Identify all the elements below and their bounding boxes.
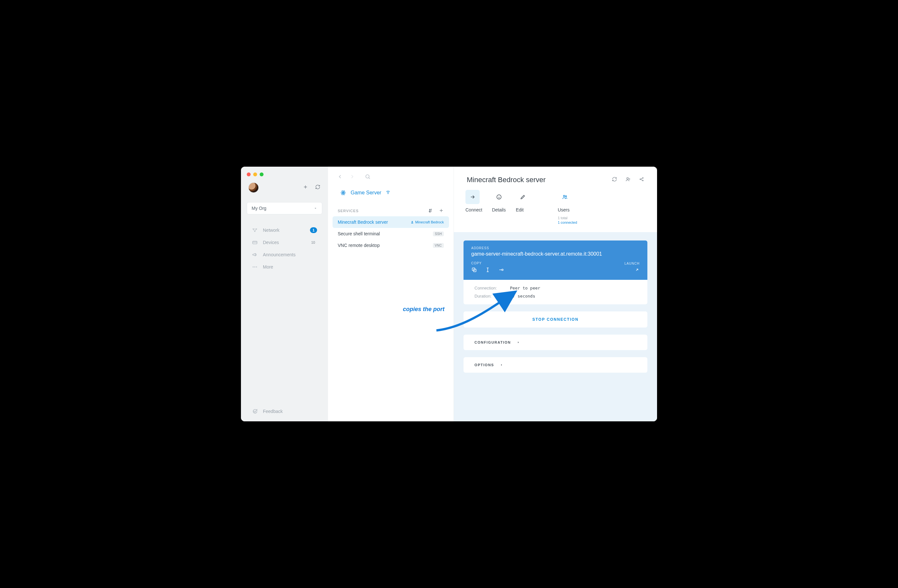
- chevron-down-icon: [314, 206, 317, 210]
- action-label: Details: [492, 207, 506, 212]
- maximize-window-icon[interactable]: [260, 172, 263, 177]
- nav-back-icon[interactable]: [337, 174, 343, 181]
- info-value: 47 seconds: [510, 294, 637, 298]
- nav-network-badge: 1: [310, 227, 317, 233]
- svg-point-5: [255, 267, 255, 267]
- add-service-icon[interactable]: [439, 208, 444, 214]
- action-users[interactable]: Users 1 total 1 connected: [558, 190, 577, 225]
- action-connect[interactable]: Connect: [466, 190, 482, 212]
- device-header[interactable]: Game Server: [328, 184, 454, 199]
- copy-address-icon[interactable]: [471, 267, 477, 274]
- svg-point-10: [343, 192, 344, 193]
- traffic-lights: [247, 172, 263, 177]
- sort-icon[interactable]: AZ: [428, 208, 433, 214]
- service-item[interactable]: VNC remote desktop VNC: [332, 239, 449, 251]
- feedback-label: Feedback: [263, 409, 283, 414]
- action-label: Connect: [466, 207, 482, 212]
- services-column: Game Server SERVICES AZ Minecraft Bedroc…: [328, 167, 454, 421]
- connection-card: ADDRESS game-server-minecraft-bedrock-se…: [463, 241, 647, 304]
- address-label: ADDRESS: [471, 246, 640, 250]
- refresh-icon[interactable]: [315, 184, 320, 191]
- svg-text:Z: Z: [430, 211, 431, 212]
- more-icon: [252, 264, 258, 270]
- configuration-expander[interactable]: CONFIGURATION: [463, 335, 647, 350]
- svg-point-19: [640, 179, 641, 180]
- detail-actions: Connect Details Edit Users 1 total 1 con…: [454, 187, 657, 232]
- nav-item-label: Devices: [263, 240, 279, 245]
- nav-item-label: Announcements: [263, 252, 295, 257]
- copy-port-icon[interactable]: [498, 267, 504, 274]
- nav-more[interactable]: More: [241, 261, 328, 273]
- megaphone-icon: [252, 252, 258, 258]
- feedback-link[interactable]: Feedback: [241, 405, 328, 417]
- service-tag: VNC: [433, 243, 444, 248]
- info-value: Peer to peer: [510, 286, 637, 290]
- svg-point-18: [627, 178, 628, 179]
- minimize-window-icon[interactable]: [253, 172, 257, 177]
- action-label: Edit: [516, 207, 523, 212]
- launch-label: LAUNCH: [624, 262, 640, 265]
- info-key: Duration:: [475, 294, 510, 298]
- wifi-icon: [386, 190, 390, 196]
- action-details[interactable]: Details: [492, 190, 506, 212]
- info-icon: [492, 190, 506, 204]
- stop-connection-button[interactable]: STOP CONNECTION: [463, 312, 647, 327]
- service-name: Minecraft Bedrock server: [338, 220, 388, 225]
- nav-devices[interactable]: Devices 10: [241, 236, 328, 249]
- stop-label: STOP CONNECTION: [532, 317, 578, 322]
- share-icon[interactable]: [639, 177, 644, 183]
- launch-icon[interactable]: [635, 268, 640, 273]
- nav-announcements[interactable]: Announcements: [241, 249, 328, 261]
- svg-point-27: [502, 269, 503, 270]
- expander-label: OPTIONS: [475, 363, 494, 367]
- device-name: Game Server: [351, 190, 381, 196]
- service-name: Secure shell terminal: [338, 231, 380, 236]
- svg-point-21: [643, 180, 643, 181]
- chevron-right-icon: [500, 363, 503, 367]
- expander-label: CONFIGURATION: [475, 341, 511, 344]
- copy-hostname-icon[interactable]: [485, 267, 491, 274]
- close-window-icon[interactable]: [247, 172, 251, 177]
- connection-info: Connection: Peer to peer Duration: 47 se…: [463, 280, 647, 304]
- svg-point-6: [256, 267, 257, 267]
- annotation: copies the port: [328, 306, 454, 313]
- user-icon: [411, 221, 414, 224]
- nav-network[interactable]: Network 1: [241, 224, 328, 236]
- svg-point-20: [643, 178, 643, 179]
- sidebar: My Org Network 1 Devices 10 Announcement…: [241, 167, 328, 421]
- options-expander[interactable]: OPTIONS: [463, 357, 647, 373]
- add-user-icon[interactable]: [626, 177, 630, 183]
- chevron-right-icon: [517, 341, 520, 344]
- users-counts: 1 total 1 connected: [558, 216, 577, 225]
- copy-label: COPY: [471, 261, 504, 265]
- svg-rect-3: [252, 241, 257, 244]
- svg-text:A: A: [430, 209, 431, 210]
- users-icon: [558, 190, 572, 204]
- search-icon[interactable]: [361, 174, 371, 181]
- org-select[interactable]: My Org: [247, 202, 322, 214]
- svg-point-24: [566, 196, 567, 197]
- refresh-icon[interactable]: [612, 177, 617, 183]
- services-section-label: SERVICES: [338, 209, 359, 213]
- service-item[interactable]: Minecraft Bedrock server Minecraft Bedro…: [332, 216, 449, 228]
- avatar[interactable]: [249, 183, 258, 192]
- svg-point-23: [563, 195, 565, 197]
- connection-address[interactable]: game-server-minecraft-bedrock-server.at.…: [471, 251, 640, 257]
- add-icon[interactable]: [303, 184, 308, 191]
- detail-column: Minecraft Bedrock server Connect Details: [454, 167, 657, 421]
- page-title: Minecraft Bedrock server: [467, 176, 546, 184]
- org-select-label: My Org: [252, 206, 266, 211]
- feedback-icon: [252, 408, 258, 414]
- action-label: Users: [558, 207, 570, 212]
- svg-point-8: [255, 411, 256, 411]
- network-icon: [252, 227, 258, 233]
- arrow-right-icon: [466, 190, 480, 204]
- svg-point-14: [388, 193, 388, 194]
- action-edit[interactable]: Edit: [516, 190, 530, 212]
- info-key: Connection:: [475, 286, 510, 290]
- service-list: Minecraft Bedrock server Minecraft Bedro…: [328, 216, 454, 251]
- service-item[interactable]: Secure shell terminal SSH: [332, 228, 449, 239]
- svg-point-9: [366, 175, 369, 178]
- svg-point-4: [252, 267, 254, 267]
- device-type-icon: [340, 190, 346, 196]
